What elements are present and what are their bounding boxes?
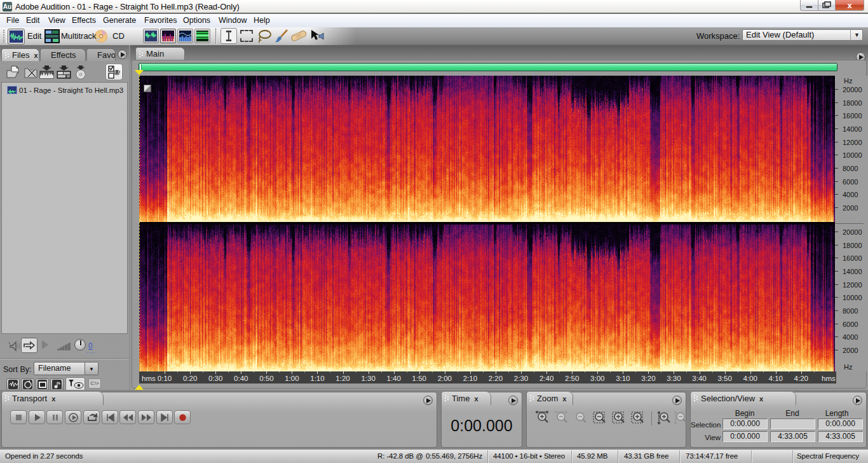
svg-text:x: x bbox=[847, 1, 852, 10]
